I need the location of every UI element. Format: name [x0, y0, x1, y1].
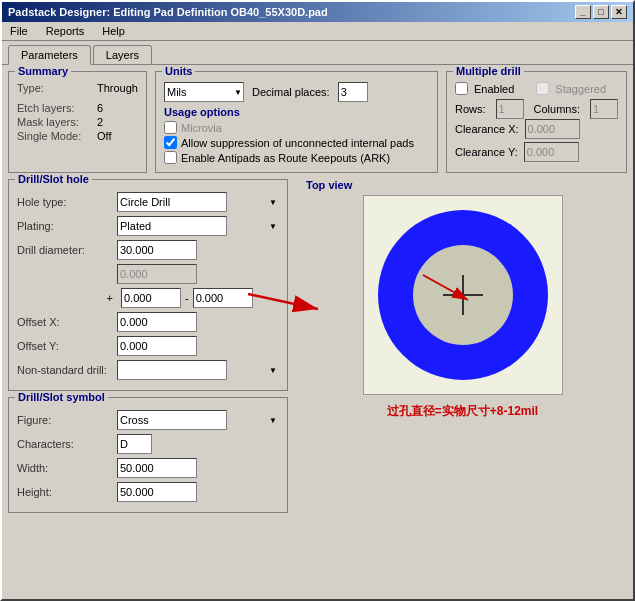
tab-bar: Parameters Layers [2, 41, 633, 64]
enabled-row: Enabled Staggered [455, 82, 618, 95]
figure-select-wrapper: Cross [117, 410, 279, 430]
height-label: Height: [17, 486, 117, 498]
usage-options-title: Usage options [164, 106, 429, 118]
cols-input[interactable] [590, 99, 618, 119]
units-select-wrapper: Mils [164, 82, 244, 102]
characters-input[interactable] [117, 434, 152, 454]
window-title: Padstack Designer: Editing Pad Definitio… [8, 6, 328, 18]
units-row: Mils Decimal places: [164, 82, 429, 102]
hole-type-label: Hole type: [17, 196, 117, 208]
figure-label: Figure: [17, 414, 117, 426]
tolerance-plus: + [17, 292, 117, 304]
characters-label: Characters: [17, 438, 117, 450]
offset-y-input[interactable] [117, 336, 197, 356]
drill-slot-title: Drill/Slot hole [15, 173, 92, 185]
tolerance-dash: - [185, 292, 189, 304]
tolerance-plus-input[interactable] [121, 288, 181, 308]
hole-type-select-wrapper: Circle Drill [117, 192, 279, 212]
menu-file[interactable]: File [6, 24, 32, 38]
tolerance-row: + - [17, 288, 279, 308]
tab-layers[interactable]: Layers [93, 45, 152, 64]
drill-slot-panel: Drill/Slot hole Hole type: Circle Drill … [8, 179, 288, 391]
suppress-label: Allow suppression of unconnected interna… [181, 137, 414, 149]
tolerance-minus-input[interactable] [193, 288, 253, 308]
non-standard-select[interactable] [117, 360, 227, 380]
clearance-x-input[interactable] [525, 119, 580, 139]
clearance-y-row: Clearance Y: [455, 142, 618, 162]
non-standard-row: Non-standard drill: [17, 360, 279, 380]
non-standard-label: Non-standard drill: [17, 364, 117, 376]
clearance-x-label: Clearance X: [455, 123, 519, 135]
title-bar: Padstack Designer: Editing Pad Definitio… [2, 2, 633, 22]
main-content: Summary Type: Through Etch layers: 6 Mas… [2, 64, 633, 599]
top-view-title: Top view [306, 179, 352, 191]
menu-reports[interactable]: Reports [42, 24, 89, 38]
height-input[interactable] [117, 482, 197, 502]
summary-panel: Summary Type: Through Etch layers: 6 Mas… [8, 71, 147, 173]
width-input[interactable] [117, 458, 197, 478]
maximize-button[interactable]: □ [593, 5, 609, 19]
figure-select[interactable]: Cross [117, 410, 227, 430]
microvia-row: Microvia [164, 121, 429, 134]
annotation-text: 过孔直径=实物尺寸+8-12mil [387, 403, 538, 420]
type-value: Through [97, 82, 138, 94]
enabled-checkbox[interactable] [455, 82, 468, 95]
drill-symbol-title: Drill/Slot symbol [15, 391, 108, 403]
rows-label: Rows: [455, 103, 486, 115]
crosshair-icon [443, 275, 483, 315]
rows-input[interactable] [496, 99, 524, 119]
offset-x-row: Offset X: [17, 312, 279, 332]
hole-type-select[interactable]: Circle Drill [117, 192, 227, 212]
suppress-row: Allow suppression of unconnected interna… [164, 136, 429, 149]
main-window: Padstack Designer: Editing Pad Definitio… [0, 0, 635, 601]
drill-diameter-sub-row [17, 264, 279, 284]
offset-y-row: Offset Y: [17, 336, 279, 356]
menu-bar: File Reports Help [2, 22, 633, 41]
figure-row: Figure: Cross [17, 410, 279, 430]
top-view-wrapper: Top view [298, 179, 627, 593]
minimize-button[interactable]: _ [575, 5, 591, 19]
width-label: Width: [17, 462, 117, 474]
drill-diameter-label: Drill diameter: [17, 244, 117, 256]
etch-label: Etch layers: [17, 102, 97, 114]
decimal-places-input[interactable] [338, 82, 368, 102]
antipads-row: Enable Antipads as Route Keepouts (ARK) [164, 151, 429, 164]
close-button[interactable]: ✕ [611, 5, 627, 19]
left-panels: Drill/Slot hole Hole type: Circle Drill … [8, 179, 288, 593]
units-select[interactable]: Mils [164, 82, 244, 102]
mask-row: Mask layers: 2 [17, 116, 138, 128]
tab-parameters[interactable]: Parameters [8, 45, 91, 65]
enabled-label: Enabled [474, 83, 514, 95]
hole-type-row: Hole type: Circle Drill [17, 192, 279, 212]
characters-row: Characters: [17, 434, 279, 454]
drill-and-view: Drill/Slot hole Hole type: Circle Drill … [8, 179, 627, 593]
top-view-container [363, 195, 563, 395]
offset-x-label: Offset X: [17, 316, 117, 328]
plating-select[interactable]: Plated [117, 216, 227, 236]
antipads-checkbox[interactable] [164, 151, 177, 164]
title-bar-buttons: _ □ ✕ [575, 5, 627, 19]
units-title: Units [162, 65, 196, 77]
drill-symbol-panel: Drill/Slot symbol Figure: Cross Characte… [8, 397, 288, 513]
offset-x-input[interactable] [117, 312, 197, 332]
drill-diameter-input[interactable] [117, 240, 197, 260]
plating-select-wrapper: Plated [117, 216, 279, 236]
etch-value: 6 [97, 102, 103, 114]
drill-diameter-row: Drill diameter: [17, 240, 279, 260]
drill-diameter-sub-input[interactable] [117, 264, 197, 284]
suppress-checkbox[interactable] [164, 136, 177, 149]
antipads-label: Enable Antipads as Route Keepouts (ARK) [181, 152, 390, 164]
plating-row: Plating: Plated [17, 216, 279, 236]
microvia-checkbox[interactable] [164, 121, 177, 134]
plating-label: Plating: [17, 220, 117, 232]
width-row: Width: [17, 458, 279, 478]
staggered-checkbox[interactable] [536, 82, 549, 95]
top-row: Summary Type: Through Etch layers: 6 Mas… [8, 71, 627, 173]
menu-help[interactable]: Help [98, 24, 129, 38]
rows-cols-row: Rows: Columns: [455, 99, 618, 119]
etch-row: Etch layers: 6 [17, 102, 138, 114]
multiple-drill-title: Multiple drill [453, 65, 524, 77]
mask-label: Mask layers: [17, 116, 97, 128]
clearance-y-input[interactable] [524, 142, 579, 162]
summary-title: Summary [15, 65, 71, 77]
